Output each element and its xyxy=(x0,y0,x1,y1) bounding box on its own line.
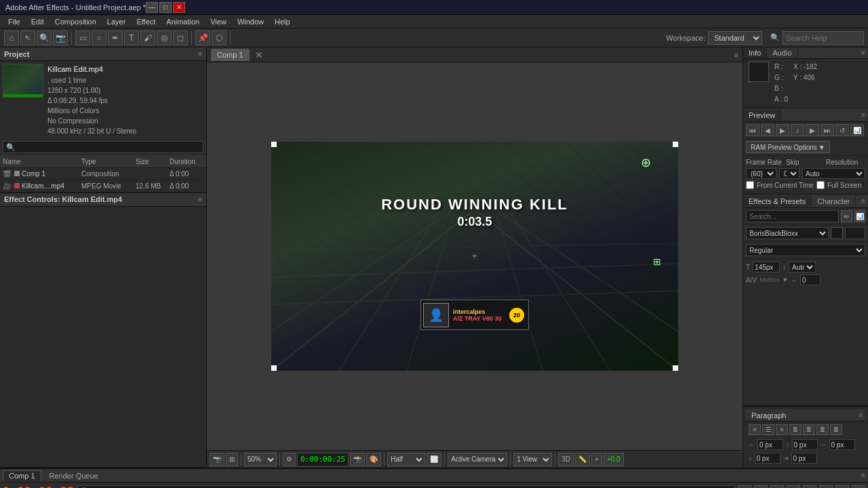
from-current-time-check[interactable] xyxy=(746,181,754,189)
tool-clone[interactable]: ◎ xyxy=(157,30,172,45)
full-screen-check[interactable] xyxy=(816,181,825,189)
project-search-input[interactable] xyxy=(3,141,203,153)
timeline-btn-7[interactable]: 💻 xyxy=(835,485,849,489)
effects-panel-menu[interactable]: ≡ xyxy=(859,196,868,206)
space-after-input[interactable] xyxy=(755,453,781,464)
tab-effects-presets[interactable]: Effects & Presets xyxy=(743,196,812,207)
views-dropdown[interactable]: 1 View2 Views xyxy=(513,453,552,466)
go-last-frame[interactable]: ⏭ xyxy=(821,124,834,136)
frame-rate-select[interactable]: (60) xyxy=(746,168,776,179)
tool-rect[interactable]: ▭ xyxy=(75,30,90,45)
minimize-button[interactable]: — xyxy=(146,2,158,13)
tool-pen[interactable]: ✒ xyxy=(108,30,123,45)
comp-tab-comp1[interactable]: Comp 1 xyxy=(211,49,250,61)
viewer-options-btn[interactable]: ⚙ xyxy=(283,453,296,466)
timeline-search-input[interactable] xyxy=(77,485,735,489)
tool-home[interactable]: ⌂ xyxy=(4,30,19,45)
viewer-grid-btn[interactable]: ⊞ xyxy=(226,453,238,466)
project-row-killcam[interactable]: 🎥 Killcam....mp4 MPEG Movie 12.6 MB Δ 0:… xyxy=(0,180,206,192)
maximize-button[interactable]: □ xyxy=(159,2,172,13)
tool-eraser[interactable]: ◻ xyxy=(173,30,188,45)
effect-controls-menu[interactable]: ≡ xyxy=(198,196,202,203)
menu-view[interactable]: View xyxy=(205,16,232,27)
close-button[interactable]: ✕ xyxy=(173,2,185,13)
tool-text[interactable]: T xyxy=(124,30,139,45)
play-audio[interactable]: ♪ xyxy=(791,124,804,136)
create-new-composition[interactable]: □ xyxy=(738,485,751,489)
zoom-dropdown[interactable]: 50%100%25% xyxy=(244,453,277,466)
resolution-select[interactable]: AutoFullHalf xyxy=(802,168,865,179)
font-size-input[interactable] xyxy=(753,262,780,272)
effects-chart-icon[interactable]: 📊 xyxy=(854,210,866,222)
info-panel-menu[interactable]: ≡ xyxy=(859,47,868,58)
timeline-btn-8[interactable]: ⬛ xyxy=(852,485,865,489)
viewer-snapshot-btn[interactable]: 📷 xyxy=(210,453,224,466)
menu-window[interactable]: Window xyxy=(232,16,269,27)
go-first-frame[interactable]: ⏮ xyxy=(746,124,760,136)
workspace-dropdown[interactable]: Standard xyxy=(708,31,762,45)
viewer-3d-btn[interactable]: 3D xyxy=(558,453,574,466)
kerning-input[interactable] xyxy=(800,274,821,285)
justify-all[interactable]: ≣ xyxy=(830,424,842,435)
tracking-dropdown-icon[interactable]: ▼ xyxy=(782,277,788,283)
leading-select[interactable]: Auto xyxy=(789,262,816,272)
menu-layer[interactable]: Layer xyxy=(102,16,132,27)
space-before-input[interactable] xyxy=(792,439,818,450)
tool-zoom[interactable]: 🔍 xyxy=(37,30,52,45)
menu-help[interactable]: Help xyxy=(269,16,296,27)
viewer-camera-snap[interactable]: 📸 xyxy=(350,453,365,466)
viewer-rulers-btn[interactable]: 📏 xyxy=(575,453,590,466)
justify-center[interactable]: ≣ xyxy=(803,424,815,435)
preview-tab[interactable]: Preview xyxy=(743,110,781,121)
effects-pencil-icon[interactable]: ✏ xyxy=(841,210,852,222)
effects-search-input[interactable] xyxy=(746,210,839,222)
loop[interactable]: ↺ xyxy=(835,124,849,136)
tool-pin[interactable]: 📌 xyxy=(195,30,210,45)
comp-tab-close[interactable]: ✕ xyxy=(255,49,263,60)
timeline-menu[interactable]: ≡ xyxy=(861,472,865,479)
layer-options-btn[interactable]: ≡ xyxy=(770,485,784,489)
timeline-tab-render[interactable]: Render Queue xyxy=(44,470,104,481)
timeline-btn-5[interactable]: ◎ xyxy=(803,485,816,489)
menu-edit[interactable]: Edit xyxy=(26,16,50,27)
project-panel-menu[interactable]: ≡ xyxy=(198,50,202,58)
current-timecode-display[interactable]: 0:00:00:22 xyxy=(3,485,75,488)
menu-effect[interactable]: Effect xyxy=(131,16,161,27)
tab-character[interactable]: Character xyxy=(812,196,856,207)
viewer-guides-btn[interactable]: + xyxy=(591,453,602,466)
text-color-swatch[interactable] xyxy=(831,227,843,239)
comp-panel-menu[interactable]: ≡ xyxy=(734,51,738,59)
quality-dropdown[interactable]: HalfFullQuarter xyxy=(387,453,425,466)
camera-dropdown[interactable]: Active Camera xyxy=(448,453,507,466)
indent-right-input[interactable] xyxy=(829,439,855,450)
font-style-select[interactable]: RegularBoldItalic xyxy=(746,244,865,256)
tool-brush[interactable]: 🖌 xyxy=(140,30,155,45)
viewer-color-btn[interactable]: 🎨 xyxy=(366,453,381,466)
timeline-btn-6[interactable]: ✏ xyxy=(819,485,833,489)
viewer-channels-btn[interactable]: ⬜ xyxy=(427,453,441,466)
project-row-comp1[interactable]: 🎬 Comp 1 Composition Δ 0:00 xyxy=(0,168,206,180)
tool-ellipse[interactable]: ○ xyxy=(92,30,106,45)
play-stop[interactable]: ▶ xyxy=(776,124,789,136)
align-right[interactable]: ≡ xyxy=(776,424,788,435)
tab-info[interactable]: Info xyxy=(743,47,767,58)
preview-panel-menu[interactable]: ≡ xyxy=(859,110,868,120)
skip-select[interactable]: 0 xyxy=(779,168,800,179)
align-left[interactable]: ≡ xyxy=(749,424,761,435)
help-search-input[interactable] xyxy=(783,31,864,45)
tool-shape[interactable]: ⬡ xyxy=(212,30,226,45)
indent-left-input[interactable] xyxy=(757,439,783,450)
menu-composition[interactable]: Composition xyxy=(50,16,102,27)
ram-preview-options-btn[interactable]: RAM Preview Options ▼ xyxy=(746,141,830,153)
first-line-input[interactable] xyxy=(791,453,817,464)
next-frame[interactable]: ▶ xyxy=(806,124,819,136)
menu-animation[interactable]: Animation xyxy=(161,16,205,27)
prev-frame[interactable]: ◀ xyxy=(761,124,774,136)
font-family-select[interactable]: BorisBlackBloxx xyxy=(746,227,829,239)
justify-left[interactable]: ≣ xyxy=(789,424,802,435)
menu-file[interactable]: File xyxy=(3,16,26,27)
add-layer-btn[interactable]: + xyxy=(754,485,768,489)
viewer-offset-btn[interactable]: +0.0 xyxy=(604,453,624,466)
timeline-tab-comp1[interactable]: Comp 1 xyxy=(3,470,41,481)
align-center[interactable]: ☰ xyxy=(762,424,774,435)
